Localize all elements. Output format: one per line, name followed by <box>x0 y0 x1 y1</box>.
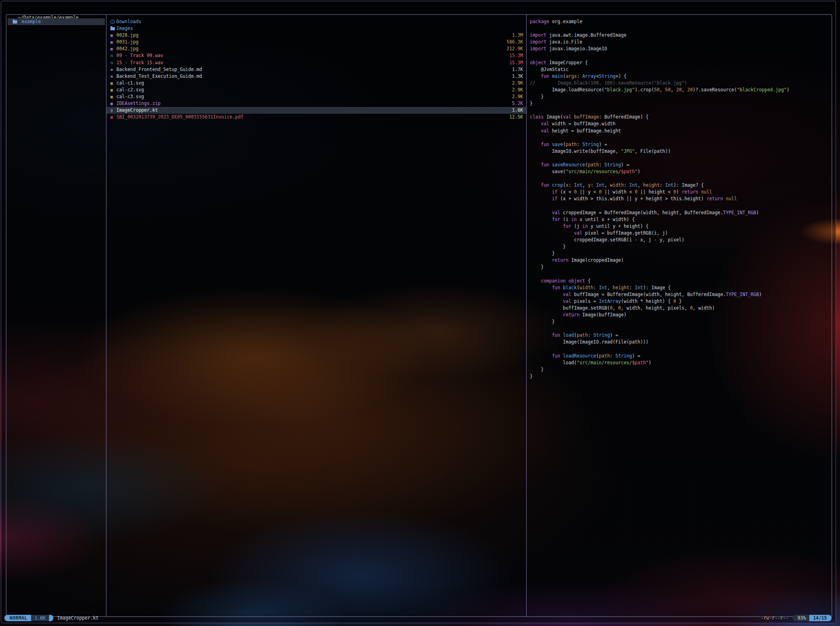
code-line: val height = buffImage.height <box>530 128 832 134</box>
scroll-percent: 93% <box>793 615 810 621</box>
code-line: } <box>530 373 832 380</box>
file-name: Downloads <box>116 18 520 25</box>
code-line: Image.loadResource("black.jpg").crop(50,… <box>530 87 832 93</box>
code-line: fun save(path: String) = <box>530 141 832 148</box>
file-row[interactable]: ↓Downloads <box>106 18 526 25</box>
image-icon: ▦ <box>110 45 116 52</box>
file-row[interactable]: ▯ImageCropper.kt1.6K <box>106 107 526 114</box>
code-line: import java.io.File <box>530 39 832 45</box>
file-size: 212.9K <box>506 45 523 52</box>
file-row[interactable]: ▦cal-c2.svg2.9K <box>106 87 526 93</box>
markdown-icon: ≡ <box>110 73 116 80</box>
file-name: 0031.jpg <box>116 39 503 45</box>
file-name: Backend_Frontend_Setup_Guide.md <box>116 66 509 73</box>
image-icon: ▦ <box>110 39 116 45</box>
image-icon: ▦ <box>110 93 116 100</box>
file-position: 14/15 <box>809 615 832 621</box>
code-line: } <box>530 243 832 250</box>
file-size: 2.9K <box>512 80 523 87</box>
file-name: Images <box>116 25 520 32</box>
file-row[interactable]: ▣IDEAsettings.zip5.2K <box>106 100 526 107</box>
code-line <box>530 203 832 209</box>
file-name: 0042.jpg <box>116 45 503 52</box>
mode-pill: NORMAL 1.6K <box>4 615 53 621</box>
code-line: load("src/main/resources/$path") <box>530 359 832 366</box>
file-row[interactable]: ▨SBI_0032013739_2023_DE05_0003155631Invo… <box>106 114 526 120</box>
file-name: ImageCropper.kt <box>116 107 509 114</box>
folder-icon <box>110 27 116 30</box>
folder-icon <box>13 20 19 24</box>
file-size: 586.3K <box>506 39 523 45</box>
code-line <box>530 134 832 141</box>
code-line: } <box>530 318 832 325</box>
code-line: class Image(val buffImage: BufferedImage… <box>530 114 832 120</box>
file-size: 1.3M <box>512 32 523 39</box>
code-line: fun loadResource(path: String) = <box>530 353 832 359</box>
code-line <box>530 155 832 162</box>
file-size-badge: 1.6K <box>31 615 49 621</box>
image-icon: ▦ <box>110 32 116 39</box>
file-size: 2.9K <box>512 93 523 100</box>
image-icon: ▦ <box>110 87 116 93</box>
code-line: for (j in y until y + height) { <box>530 223 832 230</box>
code-line: import java.awt.image.BufferedImage <box>530 32 832 39</box>
file-name: Backend_Test_Execution_Guide.md <box>116 73 509 80</box>
code-line: croppedImage.setRGB(i - x, j - y, pixel) <box>530 237 832 243</box>
file-manager-panel: example ↓DownloadsImages▦0028.jpg1.3M▦00… <box>6 14 832 617</box>
code-line <box>530 175 832 182</box>
code-line: } <box>530 250 832 257</box>
file-row[interactable]: ▦cal-c3.svg2.9K <box>106 93 526 100</box>
code-line: fun saveResource(path: String) = <box>530 162 832 168</box>
status-right: -rw-r--r-- 93% 14/15 <box>761 615 832 621</box>
file-size: 15.3M <box>509 52 523 59</box>
preview-pane: package org.exampleimport java.awt.image… <box>527 15 832 616</box>
file-size: 12.5K <box>509 114 523 120</box>
code-line <box>530 325 832 332</box>
file-name: 0028.jpg <box>116 32 509 39</box>
file-row[interactable]: ▦cal-c1.svg2.9K <box>106 80 526 87</box>
file-name: cal-c2.svg <box>116 87 509 93</box>
file-row[interactable]: ≡Backend_Test_Execution_Guide.md1.3K <box>106 73 526 80</box>
code-line <box>530 107 832 114</box>
file-name: cal-c1.svg <box>116 80 509 87</box>
file-name: IDEAsettings.zip <box>116 100 509 107</box>
code-line: import javax.imageio.ImageIO <box>530 45 832 52</box>
audio-icon: ∩ <box>110 52 116 59</box>
file-row[interactable]: ∩15 - Track 15.wav15.3M <box>106 59 526 66</box>
file-row[interactable]: ∩09 - Track 09.wav15.3M <box>106 52 526 59</box>
file-size: 5.2K <box>512 100 523 107</box>
terminal-window: ~/Data/example/example example ↓Download… <box>1 1 836 623</box>
code-line: } <box>530 100 832 107</box>
file-row[interactable]: ▦0031.jpg586.3K <box>106 39 526 45</box>
code-line: save("src/main/resources/$path") <box>530 168 832 175</box>
code-line: companion object { <box>530 278 832 284</box>
parent-dir-item[interactable]: example <box>8 18 105 25</box>
file-row[interactable]: ▦0028.jpg1.3M <box>106 32 526 39</box>
image-icon: ▦ <box>110 80 116 87</box>
code-line: if (x + width > this.width || y + height… <box>530 196 832 202</box>
code-line: return Image(croppedImage) <box>530 257 832 264</box>
parent-dir-label: example <box>22 18 41 25</box>
file-name: 15 - Track 15.wav <box>116 59 506 66</box>
file-name: cal-c3.svg <box>116 93 509 100</box>
code-line: @JvmStatic <box>530 66 832 73</box>
status-left: NORMAL 1.6K ImageCropper.kt <box>4 615 98 621</box>
code-line: } <box>530 366 832 373</box>
current-dir-pane: ↓DownloadsImages▦0028.jpg1.3M▦0031.jpg58… <box>106 15 527 616</box>
file-size: 1.7K <box>512 66 523 73</box>
parent-pane: example <box>6 15 106 616</box>
code-line: // Image.black(100, 100).saveResource("b… <box>530 80 832 87</box>
file-row[interactable]: Images <box>106 25 526 32</box>
code-line: fun crop(x: Int, y: Int, width: Int, hei… <box>530 182 832 189</box>
download-icon: ↓ <box>110 20 116 24</box>
code-line: fun black(width: Int, height: Int): Imag… <box>530 284 832 291</box>
code-line: val pixels = IntArray(width * height) { … <box>530 298 832 305</box>
mode-badge: NORMAL <box>4 615 31 621</box>
code-line: ImageIO.write(buffImage, "JPG", File(pat… <box>530 148 832 155</box>
file-row[interactable]: ▦0042.jpg212.9K <box>106 45 526 52</box>
file-row[interactable]: ≡Backend_Frontend_Setup_Guide.md1.7K <box>106 66 526 73</box>
file-icon: ▯ <box>110 107 116 114</box>
path-title-bar: ~/Data/example/example <box>7 3 79 13</box>
markdown-icon: ≡ <box>110 66 116 73</box>
code-line: val croppedImage = BufferedImage(width, … <box>530 209 832 216</box>
